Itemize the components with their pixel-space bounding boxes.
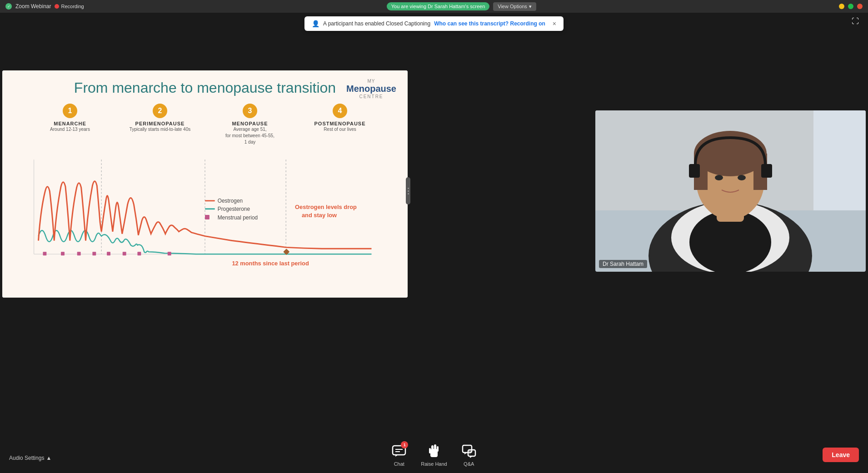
logo-menopause: Menopause xyxy=(346,84,396,94)
svg-text:?: ? xyxy=(469,450,471,455)
slide-panel: MY Menopause CENTRE From menarche to men… xyxy=(2,70,408,298)
svg-rect-15 xyxy=(205,200,215,201)
chevron-down-icon: ▾ xyxy=(529,4,532,10)
audio-settings-label: Audio Settings xyxy=(9,455,44,461)
svg-point-35 xyxy=(715,175,723,180)
view-options-label: View Options xyxy=(498,4,527,9)
slide-title: From menarche to menopause transition xyxy=(16,80,394,96)
logo-my: MY xyxy=(346,79,396,84)
svg-rect-10 xyxy=(107,252,110,255)
stage-circle-4: 4 xyxy=(333,104,347,118)
recording-label: Recording xyxy=(61,4,84,9)
leave-button[interactable]: Leave xyxy=(823,448,859,462)
chat-badge: 1 xyxy=(401,441,408,448)
title-bar: ✓ Zoom Webinar Recording You are viewing… xyxy=(0,0,868,13)
chat-icon: 1 xyxy=(391,443,407,459)
raise-hand-label: Raise Hand xyxy=(421,461,447,467)
audio-settings[interactable]: Audio Settings ▲ xyxy=(9,455,51,461)
cc-icon: 👤 xyxy=(312,20,319,27)
recording-dot xyxy=(55,4,59,9)
svg-rect-46 xyxy=(429,448,431,453)
stage-name-4: POSTMENOPAUSE xyxy=(295,121,385,126)
svg-rect-45 xyxy=(437,446,439,452)
svg-rect-38 xyxy=(761,164,772,178)
svg-rect-37 xyxy=(689,164,700,178)
audio-settings-chevron: ▲ xyxy=(46,455,51,461)
svg-rect-44 xyxy=(434,444,436,452)
svg-text:Oestrogen: Oestrogen xyxy=(218,198,243,204)
stages-row: 1 MENARCHE Around 12-13 years 2 PERIMENO… xyxy=(16,104,394,145)
view-options-button[interactable]: View Options ▾ xyxy=(493,2,536,11)
title-bar-left: ✓ Zoom Webinar Recording xyxy=(5,3,84,10)
svg-rect-26 xyxy=(813,110,866,210)
who-can-see-link[interactable]: Who can see this transcript? Recording o… xyxy=(434,20,545,27)
qa-label: Q&A xyxy=(464,461,474,467)
stage-3: 3 MENOPAUSE Average age 51,for most betw… xyxy=(205,104,295,145)
stage-desc-1: Around 12-13 years xyxy=(25,126,115,133)
stage-1: 1 MENARCHE Around 12-13 years xyxy=(25,104,115,145)
divider-dot-3 xyxy=(408,193,409,194)
viewing-banner: You are viewing Dr Sarah Hattam's screen xyxy=(387,2,490,10)
presenter-svg xyxy=(595,110,866,272)
stage-name-1: MENARCHE xyxy=(25,121,115,126)
close-button[interactable] xyxy=(857,4,863,9)
panel-divider[interactable] xyxy=(406,177,410,204)
stage-name-2: PERIMENOPAUSE xyxy=(115,121,205,126)
svg-rect-9 xyxy=(92,252,96,255)
hormone-chart: Oestrogen Progesterone Menstrual period … xyxy=(16,150,394,286)
chat-label: Chat xyxy=(394,461,404,467)
raise-hand-button[interactable]: Raise Hand xyxy=(421,443,447,467)
slide-content: MY Menopause CENTRE From menarche to men… xyxy=(2,70,408,298)
qa-icon: ? xyxy=(461,443,477,459)
window-controls xyxy=(839,4,863,9)
divider-dot-2 xyxy=(408,190,409,192)
svg-rect-7 xyxy=(61,252,65,255)
svg-rect-13 xyxy=(168,252,171,255)
expand-icon[interactable]: ⛶ xyxy=(852,17,859,25)
svg-rect-8 xyxy=(77,252,81,255)
app-title: Zoom Webinar xyxy=(15,3,51,10)
notification-bar: 👤 A participant has enabled Closed Capti… xyxy=(304,16,564,31)
svg-text:Oestrogen levels drop: Oestrogen levels drop xyxy=(295,204,357,210)
svg-rect-19 xyxy=(205,215,210,219)
title-bar-center: You are viewing Dr Sarah Hattam's screen… xyxy=(387,2,536,11)
svg-point-36 xyxy=(738,175,746,180)
chart-area: Oestrogen Progesterone Menstrual period … xyxy=(16,150,394,286)
video-feed xyxy=(595,110,866,272)
stage-2: 2 PERIMENOPAUSE Typically starts mid-to-… xyxy=(115,104,205,145)
svg-text:12 months since last period: 12 months since last period xyxy=(232,260,309,267)
stage-circle-3: 3 xyxy=(243,104,257,118)
svg-text:Progesterone: Progesterone xyxy=(218,206,250,212)
svg-text:and stay low: and stay low xyxy=(302,212,337,219)
svg-rect-6 xyxy=(43,252,46,255)
notification-close[interactable]: × xyxy=(553,20,556,27)
notification-text: A participant has enabled Closed Caption… xyxy=(323,20,430,27)
presenter-name-label: Dr Sarah Hattam xyxy=(599,260,647,268)
stage-name-3: MENOPAUSE xyxy=(205,121,295,126)
svg-text:Menstrual period: Menstrual period xyxy=(218,214,258,221)
stage-desc-3: Average age 51,for most between 45-55,1 … xyxy=(205,126,295,145)
recording-badge: Recording xyxy=(55,4,84,9)
stage-4: 4 POSTMENOPAUSE Rest of our lives xyxy=(295,104,385,145)
shield-icon: ✓ xyxy=(5,3,12,10)
svg-rect-17 xyxy=(205,208,215,209)
stage-desc-2: Typically starts mid-to-late 40s xyxy=(115,126,205,133)
slide-logo: MY Menopause CENTRE xyxy=(346,79,396,99)
svg-rect-11 xyxy=(123,252,126,255)
minimize-button[interactable] xyxy=(839,4,844,9)
stage-circle-2: 2 xyxy=(153,104,167,118)
svg-rect-43 xyxy=(431,445,434,452)
raise-hand-icon xyxy=(426,443,442,459)
qa-button[interactable]: ? Q&A xyxy=(461,443,477,467)
logo-centre: CENTRE xyxy=(346,94,396,99)
stage-circle-1: 1 xyxy=(63,104,77,118)
chat-button[interactable]: 1 Chat xyxy=(391,443,407,467)
toolbar: 1 Chat Raise Hand ? xyxy=(0,437,868,473)
maximize-button[interactable] xyxy=(848,4,853,9)
presenter-video-panel: Dr Sarah Hattam xyxy=(595,110,866,272)
svg-rect-12 xyxy=(137,252,141,255)
stage-desc-4: Rest of our lives xyxy=(295,126,385,133)
divider-dot-1 xyxy=(408,188,409,189)
